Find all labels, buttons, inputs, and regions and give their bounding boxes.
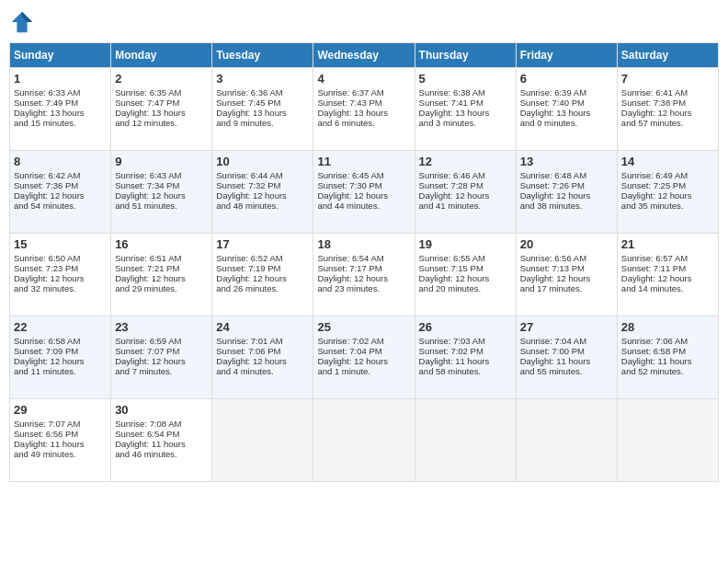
day-detail: Sunrise: 7:02 AM xyxy=(317,336,410,346)
day-detail: Daylight: 12 hours xyxy=(419,273,512,283)
day-number: 19 xyxy=(419,237,512,251)
day-number: 29 xyxy=(14,403,107,417)
day-detail: Sunset: 7:32 PM xyxy=(216,180,309,190)
calendar-cell: 27Sunrise: 7:04 AMSunset: 7:00 PMDayligh… xyxy=(516,316,617,399)
day-detail: and 48 minutes. xyxy=(216,201,309,211)
day-detail: Sunrise: 6:54 AM xyxy=(317,253,410,263)
day-detail: Sunrise: 7:06 AM xyxy=(621,336,714,346)
calendar-cell: 15Sunrise: 6:50 AMSunset: 7:23 PMDayligh… xyxy=(10,234,111,316)
day-header-monday: Monday xyxy=(111,43,212,68)
calendar-cell xyxy=(313,399,415,482)
day-header-wednesday: Wednesday xyxy=(313,43,415,68)
day-detail: Daylight: 13 hours xyxy=(520,108,613,118)
day-number: 20 xyxy=(520,237,613,251)
day-detail: Daylight: 12 hours xyxy=(115,190,208,201)
calendar-cell: 21Sunrise: 6:57 AMSunset: 7:11 PMDayligh… xyxy=(617,234,718,316)
day-detail: Daylight: 12 hours xyxy=(216,273,309,283)
day-detail: and 44 minutes. xyxy=(317,201,410,211)
day-detail: Sunset: 7:15 PM xyxy=(419,263,512,273)
day-detail: Sunrise: 6:52 AM xyxy=(216,253,309,263)
day-number: 7 xyxy=(621,72,714,86)
day-detail: Daylight: 12 hours xyxy=(520,273,613,283)
day-number: 10 xyxy=(216,155,309,168)
day-detail: and 38 minutes. xyxy=(520,201,613,211)
day-detail: and 51 minutes. xyxy=(115,201,208,211)
day-detail: Daylight: 12 hours xyxy=(14,356,107,366)
day-detail: Sunset: 7:34 PM xyxy=(115,180,208,190)
calendar-cell: 29Sunrise: 7:07 AMSunset: 6:56 PMDayligh… xyxy=(10,399,111,482)
calendar-cell: 17Sunrise: 6:52 AMSunset: 7:19 PMDayligh… xyxy=(212,234,313,316)
calendar-cell: 6Sunrise: 6:39 AMSunset: 7:40 PMDaylight… xyxy=(516,68,617,151)
day-detail: Sunset: 6:58 PM xyxy=(621,346,714,356)
calendar-cell: 3Sunrise: 6:36 AMSunset: 7:45 PMDaylight… xyxy=(212,68,313,151)
day-number: 11 xyxy=(317,155,410,168)
day-detail: and 4 minutes. xyxy=(216,366,309,376)
day-number: 25 xyxy=(317,320,410,334)
day-number: 26 xyxy=(419,320,512,334)
week-row-5: 29Sunrise: 7:07 AMSunset: 6:56 PMDayligh… xyxy=(10,399,719,482)
day-detail: Daylight: 13 hours xyxy=(419,108,512,118)
calendar-cell xyxy=(516,399,617,482)
day-detail: and 7 minutes. xyxy=(115,366,208,376)
week-row-3: 15Sunrise: 6:50 AMSunset: 7:23 PMDayligh… xyxy=(10,234,719,316)
day-number: 3 xyxy=(216,72,309,86)
day-detail: Daylight: 12 hours xyxy=(216,356,309,366)
day-detail: and 12 minutes. xyxy=(115,118,208,128)
day-detail: Sunset: 7:30 PM xyxy=(317,180,410,190)
day-detail: and 58 minutes. xyxy=(419,366,512,376)
day-detail: and 11 minutes. xyxy=(14,366,107,376)
day-detail: Sunrise: 6:37 AM xyxy=(317,87,410,98)
day-number: 15 xyxy=(14,237,107,251)
day-detail: Sunrise: 6:50 AM xyxy=(14,253,107,263)
day-detail: and 55 minutes. xyxy=(520,366,613,376)
logo-icon xyxy=(9,9,35,35)
calendar-cell: 14Sunrise: 6:49 AMSunset: 7:25 PMDayligh… xyxy=(617,151,718,234)
day-detail: Daylight: 12 hours xyxy=(317,273,410,283)
day-detail: Sunrise: 6:59 AM xyxy=(115,336,208,346)
day-detail: and 26 minutes. xyxy=(216,283,309,293)
day-detail: Daylight: 12 hours xyxy=(419,190,512,201)
day-detail: and 52 minutes. xyxy=(621,366,714,376)
calendar-table: SundayMondayTuesdayWednesdayThursdayFrid… xyxy=(9,42,719,482)
day-detail: Sunrise: 7:03 AM xyxy=(419,336,512,346)
calendar-cell: 26Sunrise: 7:03 AMSunset: 7:02 PMDayligh… xyxy=(415,316,516,399)
day-detail: Sunset: 7:26 PM xyxy=(520,180,613,190)
calendar-cell: 1Sunrise: 6:33 AMSunset: 7:49 PMDaylight… xyxy=(10,68,111,151)
day-detail: Daylight: 12 hours xyxy=(115,273,208,283)
day-detail: and 15 minutes. xyxy=(14,118,107,128)
day-detail: and 32 minutes. xyxy=(14,283,107,293)
calendar-cell xyxy=(415,399,516,482)
calendar-cell xyxy=(212,399,313,482)
calendar-cell: 24Sunrise: 7:01 AMSunset: 7:06 PMDayligh… xyxy=(212,316,313,399)
day-detail: Sunrise: 6:55 AM xyxy=(419,253,512,263)
logo xyxy=(9,9,39,35)
day-number: 13 xyxy=(520,155,613,168)
week-row-4: 22Sunrise: 6:58 AMSunset: 7:09 PMDayligh… xyxy=(10,316,719,399)
day-detail: Sunset: 7:25 PM xyxy=(621,180,714,190)
day-detail: and 9 minutes. xyxy=(216,118,309,128)
day-detail: Sunset: 7:19 PM xyxy=(216,263,309,273)
day-detail: and 29 minutes. xyxy=(115,283,208,293)
calendar-cell: 5Sunrise: 6:38 AMSunset: 7:41 PMDaylight… xyxy=(415,68,516,151)
calendar-cell: 22Sunrise: 6:58 AMSunset: 7:09 PMDayligh… xyxy=(10,316,111,399)
day-detail: and 3 minutes. xyxy=(419,118,512,128)
day-detail: Sunset: 7:40 PM xyxy=(520,98,613,108)
day-number: 8 xyxy=(14,155,107,168)
day-detail: Daylight: 12 hours xyxy=(520,190,613,201)
day-detail: and 6 minutes. xyxy=(317,118,410,128)
day-detail: Daylight: 11 hours xyxy=(115,439,208,449)
day-detail: Sunrise: 6:36 AM xyxy=(216,87,309,98)
day-number: 18 xyxy=(317,237,410,251)
header-row: SundayMondayTuesdayWednesdayThursdayFrid… xyxy=(10,43,719,68)
day-detail: Sunset: 6:56 PM xyxy=(14,429,107,439)
day-number: 21 xyxy=(621,237,714,251)
day-detail: Sunset: 7:07 PM xyxy=(115,346,208,356)
day-detail: and 54 minutes. xyxy=(14,201,107,211)
calendar-cell: 28Sunrise: 7:06 AMSunset: 6:58 PMDayligh… xyxy=(617,316,718,399)
day-number: 4 xyxy=(317,72,410,86)
day-detail: Sunset: 6:54 PM xyxy=(115,429,208,439)
day-number: 2 xyxy=(115,72,208,86)
day-detail: Sunrise: 7:07 AM xyxy=(14,419,107,429)
day-number: 23 xyxy=(115,320,208,334)
day-number: 27 xyxy=(520,320,613,334)
